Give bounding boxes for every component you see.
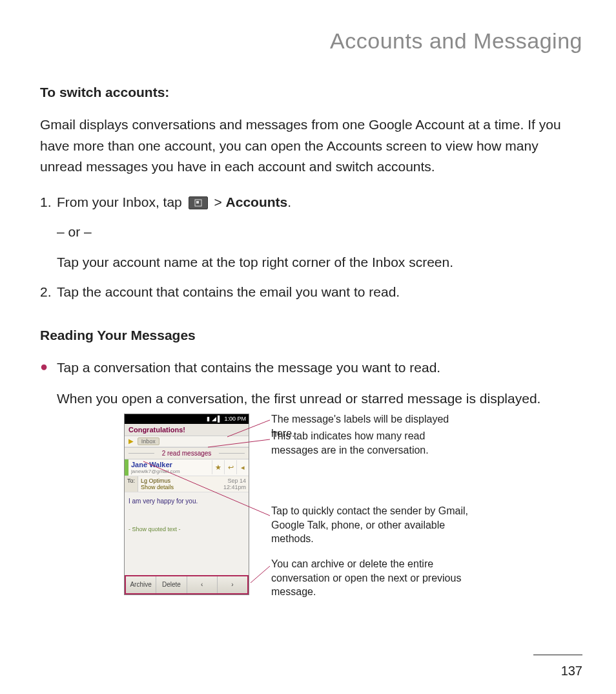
bullet-item: ● Tap a conversation that contains the m… xyxy=(40,357,582,379)
step1-period: . xyxy=(287,195,291,209)
step-number: 1. xyxy=(40,192,57,280)
sender-email: janewlk7@gmail.com xyxy=(131,468,209,474)
bullet-followup: When you open a conversation, the first … xyxy=(57,388,582,410)
step1-separator: > xyxy=(214,195,225,209)
step-1: 1. From your Inbox, tap > Accounts. – or… xyxy=(40,192,582,280)
bullet-icon: ● xyxy=(40,357,57,379)
read-messages-bar[interactable]: 2 read messages xyxy=(125,447,249,459)
section1-paragraph: Gmail displays conversations and message… xyxy=(40,114,582,178)
annotation-contact-sender: Tap to quickly contact the sender by Gma… xyxy=(271,504,471,546)
screenshot-phone: ▮ ◢ ▌ 1:00 PM Congratulations! ▶ Inbox 2… xyxy=(124,414,249,607)
step1-accounts-label: Accounts xyxy=(226,195,288,209)
message-time: 12:41pm xyxy=(223,484,246,490)
reply-icon[interactable]: ↩ xyxy=(224,460,236,474)
step-2: 2. Tap the account that contains the ema… xyxy=(40,282,582,303)
to-label: To: xyxy=(125,476,138,492)
star-icon[interactable]: ★ xyxy=(212,460,224,474)
more-icon[interactable]: ◂ xyxy=(236,460,249,474)
message-body: I am very happy for you. xyxy=(125,492,249,526)
labels-row: ▶ Inbox xyxy=(125,436,249,447)
section-heading-switch-accounts: To switch accounts: xyxy=(40,85,582,100)
signal-icon: ▮ ◢ ▌ xyxy=(207,415,221,422)
label-arrow-icon: ▶ xyxy=(128,437,134,445)
svg-rect-1 xyxy=(196,201,199,204)
bullet-text: Tap a conversation that contains the mes… xyxy=(57,357,440,379)
prev-button[interactable]: ‹ xyxy=(187,576,218,593)
inbox-label: Inbox xyxy=(138,437,159,445)
show-details-link[interactable]: Show details xyxy=(141,484,174,490)
svg-line-5 xyxy=(251,566,270,583)
next-button[interactable]: › xyxy=(218,576,247,593)
chapter-title: Accounts and Messaging xyxy=(40,28,582,54)
to-row: To: Lg Optimus Show details Sep 14 12:41… xyxy=(125,476,249,492)
annotation-archive-delete: You can archive or delete the entire con… xyxy=(271,557,471,599)
step1-alt: Tap your account name at the top right c… xyxy=(57,252,582,273)
status-time: 1:00 PM xyxy=(224,415,246,422)
message-date: Sep 14 xyxy=(227,478,246,484)
sender-name: Jane Walker xyxy=(131,461,209,468)
annotation-read-tab: This tab indicates how many read message… xyxy=(271,429,471,457)
step1-text-pre: From your Inbox, tap xyxy=(57,195,186,209)
spacer xyxy=(125,539,249,575)
message-text: I am very happy for you. xyxy=(128,498,245,505)
step2-text: Tap the account that contains the email … xyxy=(57,282,582,303)
step-number: 2. xyxy=(40,282,57,303)
archive-button[interactable]: Archive xyxy=(126,576,156,593)
section-heading-reading-messages: Reading Your Messages xyxy=(40,328,582,343)
email-subject: Congratulations! xyxy=(125,424,249,436)
menu-icon xyxy=(189,196,208,209)
page-number: 137 xyxy=(561,664,582,678)
step1-or: – or – xyxy=(57,222,582,243)
status-bar: ▮ ◢ ▌ 1:00 PM xyxy=(125,414,249,424)
show-quoted-link[interactable]: - Show quoted text - xyxy=(125,526,249,539)
delete-button[interactable]: Delete xyxy=(156,576,187,593)
to-value: Lg Optimus xyxy=(141,478,170,484)
bottom-toolbar: Archive Delete ‹ › xyxy=(125,575,249,594)
message-header[interactable]: Jane Walker janewlk7@gmail.com ★ ↩ ◂ xyxy=(125,459,249,476)
